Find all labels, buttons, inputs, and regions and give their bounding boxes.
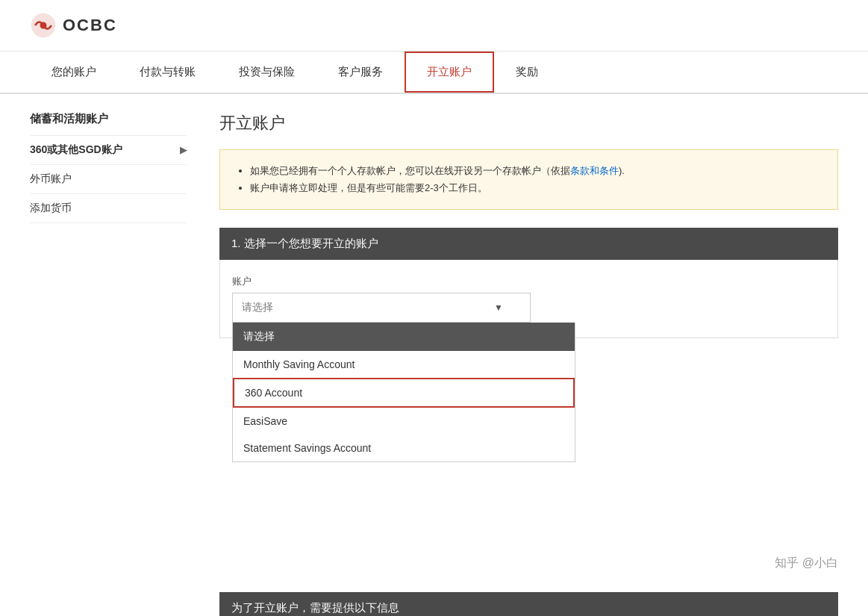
dropdown-option-statement-savings[interactable]: Statement Savings Account — [233, 435, 575, 461]
nav-item-payments[interactable]: 付款与转账 — [118, 52, 217, 93]
info-box: 如果您已经拥有一个个人存款帐户，您可以在线开设另一个存款帐户（依据条款和条件).… — [219, 149, 838, 210]
sidebar: 储蓄和活期账户 360或其他SGD账户 ▶ 外币账户 添加货币 — [30, 112, 202, 616]
step1-form: 账户 请选择 ▼ 请选择 Monthly Saving Account 360 … — [219, 260, 838, 338]
dropdown-option-easisave[interactable]: EasiSave — [233, 408, 575, 435]
content-area: 开立账户 如果您已经拥有一个个人存款帐户，您可以在线开设另一个存款帐户（依据条款… — [202, 112, 838, 616]
step2-header: 为了开立账户，需要提供以下信息 — [219, 592, 838, 616]
main-layout: 储蓄和活期账户 360或其他SGD账户 ▶ 外币账户 添加货币 开立账户 如果您… — [0, 94, 868, 616]
dropdown-option-monthly-saving[interactable]: Monthly Saving Account — [233, 351, 575, 378]
account-select-wrapper: 请选择 ▼ 请选择 Monthly Saving Account 360 Acc… — [232, 293, 531, 323]
nav-item-rewards[interactable]: 奖励 — [494, 52, 560, 93]
sidebar-section-title: 储蓄和活期账户 — [30, 112, 187, 126]
logo: OCBC — [30, 12, 117, 39]
account-label: 账户 — [232, 275, 825, 288]
main-nav: 您的账户 付款与转账 投资与保险 客户服务 开立账户 奖励 — [0, 52, 868, 94]
dropdown-menu: 请选择 Monthly Saving Account 360 Account E… — [232, 323, 575, 462]
dropdown-option-360-account[interactable]: 360 Account — [233, 378, 575, 408]
nav-item-investments[interactable]: 投资与保险 — [217, 52, 316, 93]
ocbc-logo-icon — [30, 12, 57, 39]
select-placeholder: 请选择 — [242, 301, 273, 314]
info-bullet-2: 账户申请将立即处理，但是有些可能需要2-3个工作日。 — [250, 179, 822, 196]
page-title: 开立账户 — [219, 112, 838, 134]
arrow-icon: ▶ — [180, 145, 187, 155]
account-select[interactable]: 请选择 ▼ — [232, 293, 531, 323]
info-bullet-1: 如果您已经拥有一个个人存款帐户，您可以在线开设另一个存款帐户（依据条款和条件). — [250, 162, 822, 179]
dropdown-option-please-select[interactable]: 请选择 — [233, 323, 575, 351]
chevron-down-icon: ▼ — [494, 302, 503, 313]
sidebar-item-360-sgd[interactable]: 360或其他SGD账户 ▶ — [30, 135, 187, 164]
nav-item-open-account[interactable]: 开立账户 — [405, 52, 494, 93]
sidebar-item-foreign-currency[interactable]: 外币账户 — [30, 164, 187, 193]
nav-item-accounts[interactable]: 您的账户 — [30, 52, 118, 93]
svg-point-1 — [40, 22, 47, 29]
terms-link[interactable]: 条款和条件 — [570, 165, 619, 176]
step1-header: 1. 选择一个您想要开立的账户 — [219, 228, 838, 260]
header: OCBC — [0, 0, 868, 52]
sidebar-item-add-currency[interactable]: 添加货币 — [30, 193, 187, 223]
nav-item-customer-service[interactable]: 客户服务 — [316, 52, 405, 93]
logo-text: OCBC — [63, 16, 117, 35]
